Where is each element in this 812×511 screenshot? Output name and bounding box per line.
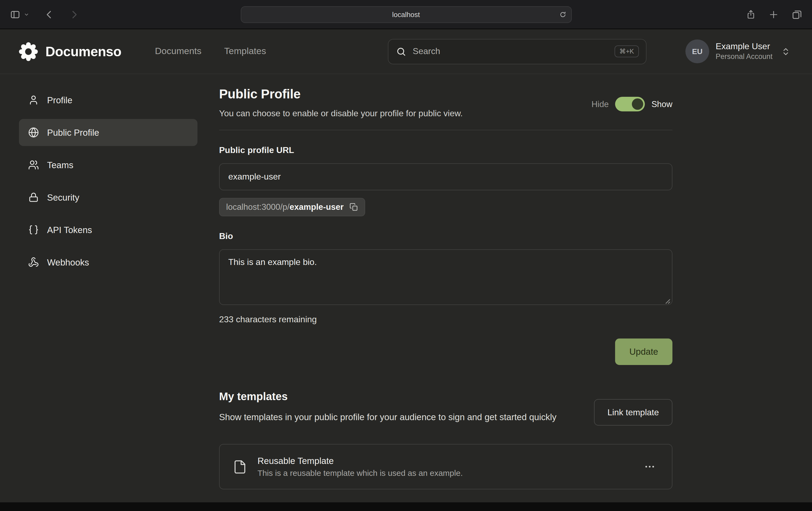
app-body: Profile Public Profile Teams <box>0 74 812 502</box>
sidebar-item-public-profile[interactable]: Public Profile <box>19 119 198 146</box>
globe-icon <box>28 127 39 138</box>
visibility-toggle-row: Hide Show <box>591 97 672 111</box>
main-content: Public Profile You can choose to enable … <box>219 87 672 502</box>
sidebar-item-label: Teams <box>47 160 73 170</box>
template-card: Reusable Template This is a reusable tem… <box>219 444 672 489</box>
sidebar-item-teams[interactable]: Teams <box>19 151 198 178</box>
new-tab-icon[interactable] <box>769 9 779 19</box>
toggle-show-label: Show <box>651 99 672 109</box>
documenso-logo-icon <box>19 41 38 61</box>
toggle-hide-label: Hide <box>591 99 609 109</box>
template-card-text: Reusable Template This is a reusable tem… <box>258 456 463 478</box>
account-type: Personal Account <box>716 52 773 62</box>
bottom-strip <box>0 502 812 511</box>
share-icon[interactable] <box>746 9 756 20</box>
search-shortcut-badge: ⌘+K <box>614 46 639 57</box>
sidebar-item-label: Webhooks <box>47 257 89 267</box>
copy-icon[interactable] <box>349 203 358 211</box>
bio-textarea[interactable]: This is an example bio. <box>219 249 672 305</box>
public-url-pill[interactable]: localhost:3000/p/example-user <box>219 198 365 216</box>
bio-field-wrap: This is an example bio. <box>219 249 672 307</box>
nav-templates[interactable]: Templates <box>224 46 266 57</box>
profile-url-input[interactable] <box>219 163 672 190</box>
sidebar-item-label: Profile <box>47 95 72 105</box>
sidebar-item-security[interactable]: Security <box>19 184 198 211</box>
search-input[interactable] <box>413 47 608 56</box>
chevron-down-icon[interactable] <box>24 11 29 17</box>
sidebar-item-label: API Tokens <box>47 225 92 235</box>
search-icon <box>396 46 406 57</box>
webhook-icon <box>28 257 39 268</box>
search-box[interactable]: ⌘+K <box>388 39 646 64</box>
browser-actions <box>746 9 802 20</box>
update-button[interactable]: Update <box>615 338 672 365</box>
browser-nav-controls <box>10 9 79 20</box>
public-url-text: localhost:3000/p/example-user <box>226 202 344 212</box>
lock-icon <box>28 192 39 203</box>
app-header: Documenso Documents Templates ⌘+K EU Exa… <box>0 29 812 74</box>
sidebar-item-label: Public Profile <box>47 127 99 138</box>
template-name: Reusable Template <box>258 456 463 466</box>
browser-chrome: localhost <box>0 0 812 29</box>
settings-sidebar: Profile Public Profile Teams <box>19 87 198 502</box>
tabs-overview-icon[interactable] <box>791 9 802 20</box>
templates-title: My templates <box>219 390 556 403</box>
account-name: Example User <box>716 41 773 52</box>
sidebar-item-label: Security <box>47 192 79 203</box>
my-templates-section: My templates Show templates in your publ… <box>219 390 672 489</box>
templates-heading-block: My templates Show templates in your publ… <box>219 390 556 424</box>
nav-documents[interactable]: Documents <box>155 46 202 57</box>
characters-remaining: 233 characters remaining <box>219 315 672 325</box>
forward-icon[interactable] <box>69 9 79 19</box>
avatar: EU <box>686 39 709 63</box>
divider <box>219 130 672 130</box>
template-description: This is a reusable template which is use… <box>258 468 463 478</box>
braces-icon <box>28 224 39 235</box>
screen: localhost <box>0 0 812 511</box>
back-icon[interactable] <box>45 9 54 19</box>
link-template-button[interactable]: Link template <box>594 399 672 426</box>
app: Documenso Documents Templates ⌘+K EU Exa… <box>0 29 812 511</box>
sidebar-item-api-tokens[interactable]: API Tokens <box>19 216 198 243</box>
sidebar-toggle-icon[interactable] <box>10 9 21 20</box>
file-icon <box>233 459 247 474</box>
address-bar[interactable]: localhost <box>240 6 572 23</box>
sidebar-item-webhooks[interactable]: Webhooks <box>19 249 198 276</box>
users-icon <box>28 159 39 170</box>
brand-name: Documenso <box>46 43 121 59</box>
bio-label: Bio <box>219 232 672 241</box>
template-menu-button[interactable] <box>640 457 659 476</box>
reload-icon[interactable] <box>559 11 566 18</box>
account-text: Example User Personal Account <box>716 41 773 62</box>
page-heading-block: Public Profile You can choose to enable … <box>219 87 463 118</box>
user-icon <box>28 95 39 106</box>
url-text: localhost <box>392 10 420 19</box>
toggle-knob <box>632 98 643 110</box>
sidebar-item-profile[interactable]: Profile <box>19 87 198 114</box>
main-nav: Documents Templates <box>155 46 266 57</box>
page-subtitle: You can choose to enable or disable your… <box>219 109 463 118</box>
profile-url-label: Public profile URL <box>219 146 672 155</box>
profile-visibility-toggle[interactable] <box>615 97 645 111</box>
account-menu[interactable]: EU Example User Personal Account <box>686 39 790 63</box>
page-title: Public Profile <box>219 87 463 102</box>
chevrons-up-down-icon <box>781 47 790 56</box>
templates-description: Show templates in your public profile fo… <box>219 411 556 424</box>
brand[interactable]: Documenso <box>19 41 121 61</box>
